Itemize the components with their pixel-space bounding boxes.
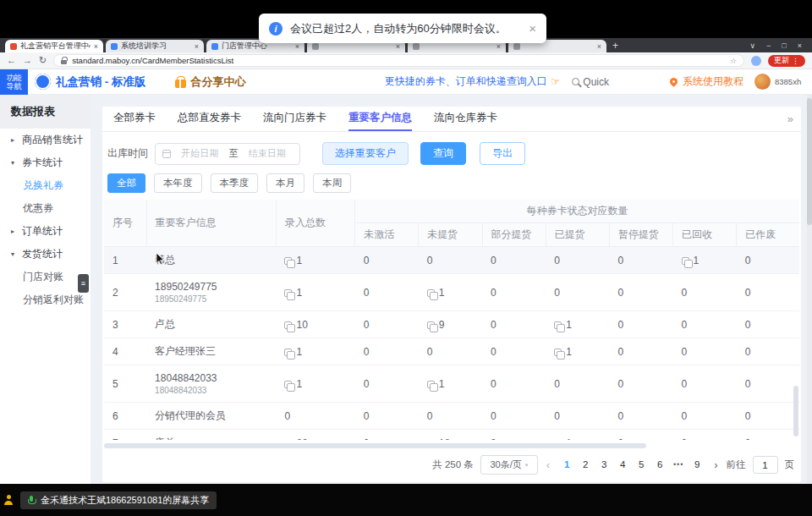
toast-close-icon[interactable]: × xyxy=(529,21,536,36)
table-row[interactable]: 3卢总100901000 xyxy=(104,311,799,338)
username[interactable]: 8385xh xyxy=(775,78,802,86)
quick-filter-month[interactable]: 本月 xyxy=(266,173,304,193)
tab-close-icon[interactable]: × xyxy=(94,42,98,51)
prev-page-button[interactable]: ‹ xyxy=(545,458,551,471)
browser-update-button[interactable]: 更新 ⋮ xyxy=(768,55,805,67)
table-row[interactable]: 5180488420331804884203310100000 xyxy=(104,365,799,403)
quick-filter-week[interactable]: 本周 xyxy=(313,173,351,193)
select-customer-button[interactable]: 选择重要客户 xyxy=(322,142,409,165)
new-tab-button[interactable]: + xyxy=(612,40,618,52)
sidebar-item-label: 门店对账 xyxy=(23,270,63,284)
export-button[interactable]: 导出 xyxy=(480,142,525,165)
pagination: 共 250 条 30条/页 ▾ ‹ 1 2 3 4 5 xyxy=(102,448,801,475)
caret-icon: ▸ xyxy=(11,228,18,235)
col-header-index: 序号 xyxy=(104,200,146,247)
horizontal-scrollbar-thumb[interactable] xyxy=(104,443,646,448)
url-text[interactable]: standard.maboy.cn/CardMemberStatisticsLi… xyxy=(72,56,725,65)
col-header-status: 已提货 xyxy=(546,223,609,247)
sidebar-item-label: 分销返利对账 xyxy=(23,293,84,307)
url-field[interactable]: standard.maboy.cn/CardMemberStatisticsLi… xyxy=(53,54,744,67)
close-window-button[interactable]: × xyxy=(798,41,802,50)
quick-filter-row: 全部 本年度 本季度 本月 本周 xyxy=(102,165,801,193)
page-number[interactable]: 4 xyxy=(614,455,631,475)
goto-unit: 页 xyxy=(785,458,795,471)
browser-tab[interactable]: 礼盒营销平台管理中心 × xyxy=(5,40,103,52)
cell-index: 6 xyxy=(104,403,146,430)
maximize-button[interactable]: □ xyxy=(782,41,786,50)
cell-count: 0 xyxy=(609,403,672,430)
quick-filter-all[interactable]: 全部 xyxy=(107,173,145,193)
app-logo xyxy=(35,74,51,90)
sidebar-item-product-sales[interactable]: ▸ 商品销售统计 xyxy=(0,129,91,151)
tab-hq-direct-cards[interactable]: 总部直发券卡 xyxy=(178,107,241,131)
reload-icon[interactable]: ↻ xyxy=(39,56,47,65)
back-icon[interactable]: ← xyxy=(7,56,16,65)
data-table: 序号 重要客户信息 录入总数 每种券卡状态对应数量 未激活 未提货 部分提货 xyxy=(104,200,799,440)
tab-close-icon[interactable]: × xyxy=(396,42,400,51)
card-count-icon xyxy=(682,257,689,265)
quick-filter-year[interactable]: 本年度 xyxy=(154,173,202,193)
vertical-scrollbar[interactable] xyxy=(793,386,798,436)
page-size-select[interactable]: 30条/页 ▾ xyxy=(480,455,538,475)
page-number[interactable]: 5 xyxy=(633,455,650,475)
next-page-button[interactable]: › xyxy=(712,458,719,471)
bookmark-icon[interactable]: ☆ xyxy=(730,57,737,65)
nav-toggle-button[interactable]: 功能导航 xyxy=(0,69,28,95)
tab-store-flow-cards[interactable]: 流向门店券卡 xyxy=(263,107,326,131)
sidebar-item-rebate-reconcile[interactable]: 分销返利对账 xyxy=(0,288,91,311)
page-number[interactable]: 6 xyxy=(651,455,668,475)
tab-all-cards[interactable]: 全部券卡 xyxy=(113,107,156,131)
cell-customer: 1804884203318048842033 xyxy=(146,365,276,403)
quick-entry-link[interactable]: 更快捷的券卡、订单和快递查询入口 xyxy=(385,74,547,89)
sidebar-collapse-handle[interactable]: ≡ xyxy=(78,274,89,293)
outbound-time-label: 出库时间 xyxy=(107,146,148,161)
quick-search-label[interactable]: Quick xyxy=(583,76,609,88)
sidebar-item-shipping-stats[interactable]: ▾ 发货统计 xyxy=(0,243,91,266)
col-header-status: 已作废 xyxy=(737,223,799,247)
goto-page-input[interactable] xyxy=(753,456,778,474)
sidebar-item-order-stats[interactable]: ▸ 订单统计 xyxy=(0,220,91,243)
forward-icon[interactable]: → xyxy=(23,56,32,65)
window-scrollbar-thumb[interactable] xyxy=(807,98,812,225)
table-row[interactable]: 6分销代理的会员00000000 xyxy=(104,403,799,430)
browser-tab[interactable]: 系统培训学习 × xyxy=(106,40,204,52)
minimize-button[interactable]: − xyxy=(766,41,771,50)
tabs-expand-icon[interactable]: » xyxy=(787,113,793,125)
share-center-link[interactable]: 合分享中心 xyxy=(175,74,246,90)
table-row[interactable]: 4客户经理张三10001000 xyxy=(104,338,799,365)
card-count-icon xyxy=(284,257,292,265)
page-number[interactable]: 3 xyxy=(595,455,612,475)
tab-search-icon[interactable]: ∨ xyxy=(749,41,755,50)
cell-count: 1 xyxy=(276,274,354,311)
search-button[interactable]: 查询 xyxy=(420,142,466,165)
quick-filter-quarter[interactable]: 本季度 xyxy=(211,173,259,193)
cell-count: 0 xyxy=(355,365,419,403)
search-icon[interactable] xyxy=(572,78,579,85)
table-row[interactable]: 2189502497751895024977510100000 xyxy=(104,274,799,311)
browser-profile-avatar[interactable] xyxy=(751,56,761,66)
page-number[interactable]: 1 xyxy=(558,455,575,475)
sidebar-item-exchange-voucher[interactable]: 兑换礼券 xyxy=(0,174,91,197)
page-number[interactable]: 9 xyxy=(689,455,705,475)
sidebar-item-store-reconcile[interactable]: 门店对账 xyxy=(0,266,91,288)
date-range-input[interactable]: 开始日期 至 结束日期 xyxy=(155,143,300,165)
table-row[interactable]: 7唐总2001801000 xyxy=(104,430,799,441)
table-row[interactable]: 1韩总10000010 xyxy=(104,247,799,274)
card-count-icon xyxy=(284,349,292,356)
tab-close-icon[interactable]: × xyxy=(195,42,199,51)
screen-share-taskbar: 金禾通技术王斌18662591081的屏幕共享 xyxy=(0,484,812,516)
sidebar-item-card-stats[interactable]: ▾ 券卡统计 xyxy=(0,151,91,174)
caret-icon: ▸ xyxy=(11,136,18,144)
tab-warehouse-flow-cards[interactable]: 流向仓库券卡 xyxy=(434,107,497,131)
tab-close-icon[interactable]: × xyxy=(597,42,601,51)
sidebar-item-coupon[interactable]: 优惠券 xyxy=(0,197,91,220)
page-number[interactable]: 2 xyxy=(577,455,594,475)
cell-count: 1 xyxy=(673,247,737,274)
tab-close-icon[interactable]: × xyxy=(295,42,299,51)
pages-ellipsis[interactable]: ••• xyxy=(670,455,687,475)
tab-important-customers[interactable]: 重要客户信息 xyxy=(348,107,412,131)
tab-close-icon[interactable]: × xyxy=(497,42,501,51)
user-avatar[interactable] xyxy=(754,74,771,90)
tutorial-link[interactable]: 系统使用教程 xyxy=(683,74,743,89)
microphone-icon xyxy=(28,496,35,505)
